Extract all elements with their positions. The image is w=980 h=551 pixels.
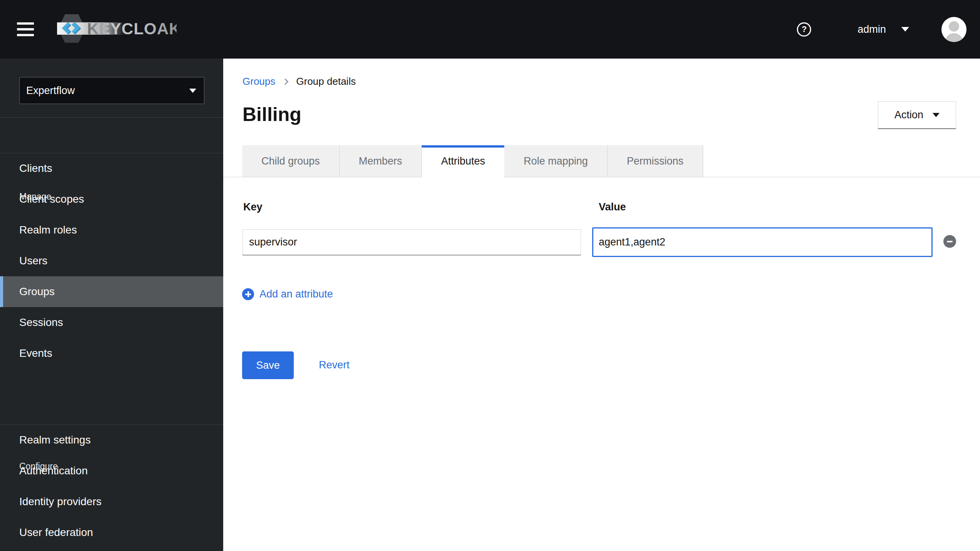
help-icon[interactable]: ? (797, 22, 811, 37)
nav-list-manage: Clients Client scopes Realm roles Users … (0, 153, 223, 369)
sidebar-item-users[interactable]: Users (0, 245, 223, 276)
sidebar-item-sessions[interactable]: Sessions (0, 307, 223, 338)
nav-list-configure: Realm settings Authentication Identity p… (0, 425, 223, 548)
add-attribute-button[interactable]: Add an attribute (242, 288, 333, 300)
tab-role-mapping[interactable]: Role mapping (504, 145, 608, 177)
main-content: Groups Group details Billing Action Chil… (223, 59, 980, 551)
avatar-icon (949, 21, 959, 32)
add-attribute-label: Add an attribute (259, 288, 333, 300)
username-label: admin (857, 24, 886, 35)
divider (0, 117, 223, 118)
attribute-key-input[interactable] (242, 229, 581, 255)
sidebar-item-events[interactable]: Events (0, 338, 223, 369)
breadcrumb-groups-link[interactable]: Groups (242, 76, 275, 87)
sidebar-item-realm-roles[interactable]: Realm roles (0, 215, 223, 245)
brand-text: KEYCLOAK (87, 20, 177, 38)
chevron-right-icon (282, 78, 289, 85)
caret-down-icon (189, 89, 196, 93)
keycloak-logo[interactable]: KEYCLOAK (57, 14, 177, 45)
minus-circle-icon[interactable] (943, 235, 956, 248)
sidebar-item-user-federation[interactable]: User federation (0, 517, 223, 548)
sidebar-item-client-scopes[interactable]: Client scopes (0, 184, 223, 215)
tab-child-groups[interactable]: Child groups (242, 145, 340, 177)
realm-selector-value: Expertflow (26, 85, 75, 97)
sidebar-item-identity-providers[interactable]: Identity providers (0, 486, 223, 517)
tab-members[interactable]: Members (340, 145, 422, 177)
sidebar-item-authentication[interactable]: Authentication (0, 455, 223, 486)
avatar[interactable] (941, 17, 967, 42)
tab-bar: Child groups Members Attributes Role map… (223, 145, 980, 177)
breadcrumb-current: Group details (296, 76, 356, 87)
keycloak-logo-icon: KEYCLOAK (57, 14, 177, 45)
attribute-value-input[interactable] (592, 227, 933, 257)
action-dropdown-label: Action (894, 109, 923, 121)
masthead: KEYCLOAK ? admin (0, 0, 980, 59)
sidebar: Expertflow Manage Clients Client scopes … (0, 59, 223, 551)
sidebar-item-clients[interactable]: Clients (0, 153, 223, 184)
page-title: Billing (242, 103, 301, 126)
value-column-header: Value (599, 201, 626, 213)
sidebar-item-realm-settings[interactable]: Realm settings (0, 425, 223, 455)
tab-permissions[interactable]: Permissions (608, 145, 703, 177)
revert-button[interactable]: Revert (319, 359, 350, 371)
save-button[interactable]: Save (242, 351, 294, 379)
hamburger-icon (17, 22, 34, 25)
realm-selector-dropdown[interactable]: Expertflow (19, 77, 204, 104)
user-menu-dropdown[interactable]: admin (857, 24, 909, 35)
sidebar-item-groups[interactable]: Groups (0, 276, 223, 307)
key-column-header: Key (243, 201, 263, 213)
tab-attributes[interactable]: Attributes (422, 145, 504, 177)
keycloak-admin-console: KEYCLOAK ? admin Expertflow Manage Clien… (0, 0, 980, 551)
caret-down-icon (933, 113, 940, 117)
breadcrumb: Groups Group details (242, 76, 356, 87)
plus-circle-icon (242, 288, 254, 300)
hamburger-menu-button[interactable] (17, 20, 35, 39)
caret-down-icon (901, 27, 909, 32)
action-dropdown-button[interactable]: Action (878, 101, 956, 129)
